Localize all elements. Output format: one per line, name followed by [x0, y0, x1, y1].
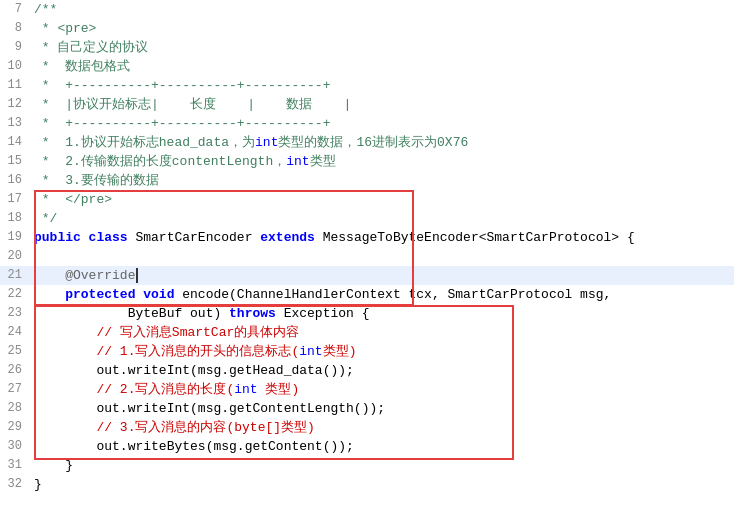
line-content: @Override: [30, 266, 734, 285]
code-line-17: 17 * </pre>: [0, 190, 734, 209]
line-number: 7: [0, 0, 30, 19]
line-content: // 2.写入消息的长度(int 类型): [30, 380, 734, 399]
line-content: protected void encode(ChannelHandlerCont…: [30, 285, 734, 304]
line-content: * +----------+----------+----------+: [30, 76, 734, 95]
line-number: 20: [0, 247, 30, 266]
code-line-12: 12 * |协议开始标志| 长度 | 数据 |: [0, 95, 734, 114]
line-content: // 写入消息SmartCar的具体内容: [30, 323, 734, 342]
code-line-19: 19 public class SmartCarEncoder extends …: [0, 228, 734, 247]
line-content: */: [30, 209, 734, 228]
line-content: public class SmartCarEncoder extends Mes…: [30, 228, 734, 247]
line-number: 13: [0, 114, 30, 133]
line-number: 11: [0, 76, 30, 95]
code-line-11: 11 * +----------+----------+----------+: [0, 76, 734, 95]
line-number: 19: [0, 228, 30, 247]
line-number: 21: [0, 266, 30, 285]
code-line-9: 9 * 自己定义的协议: [0, 38, 734, 57]
code-line-32: 32 }: [0, 475, 734, 494]
code-line-20: 20: [0, 247, 734, 266]
code-line-10: 10 * 数据包格式: [0, 57, 734, 76]
line-content: ByteBuf out) throws Exception {: [30, 304, 734, 323]
code-line-24: 24 // 写入消息SmartCar的具体内容: [0, 323, 734, 342]
line-number: 14: [0, 133, 30, 152]
line-content: * 3.要传输的数据: [30, 171, 734, 190]
line-number: 18: [0, 209, 30, 228]
code-line-7: 7 /**: [0, 0, 734, 19]
line-number: 9: [0, 38, 30, 57]
line-content: * </pre>: [30, 190, 734, 209]
line-content: * 数据包格式: [30, 57, 734, 76]
line-number: 23: [0, 304, 30, 323]
code-line-28: 28 out.writeInt(msg.getContentLength());: [0, 399, 734, 418]
line-number: 10: [0, 57, 30, 76]
code-line-26: 26 out.writeInt(msg.getHead_data());: [0, 361, 734, 380]
line-number: 28: [0, 399, 30, 418]
line-content: // 3.写入消息的内容(byte[]类型): [30, 418, 734, 437]
line-number: 29: [0, 418, 30, 437]
line-content: out.writeInt(msg.getContentLength());: [30, 399, 734, 418]
line-number: 24: [0, 323, 30, 342]
line-content: out.writeBytes(msg.getContent());: [30, 437, 734, 456]
code-line-21: 21 @Override: [0, 266, 734, 285]
line-number: 8: [0, 19, 30, 38]
line-content: * <pre>: [30, 19, 734, 38]
code-line-31: 31 }: [0, 456, 734, 475]
line-number: 17: [0, 190, 30, 209]
code-line-30: 30 out.writeBytes(msg.getContent());: [0, 437, 734, 456]
code-line-22: 22 protected void encode(ChannelHandlerC…: [0, 285, 734, 304]
line-number: 12: [0, 95, 30, 114]
line-number: 15: [0, 152, 30, 171]
line-content: [30, 247, 734, 266]
line-content: /**: [30, 0, 734, 19]
code-line-15: 15 * 2.传输数据的长度contentLength，int类型: [0, 152, 734, 171]
line-number: 27: [0, 380, 30, 399]
code-line-14: 14 * 1.协议开始标志head_data，为int类型的数据，16进制表示为…: [0, 133, 734, 152]
line-content: // 1.写入消息的开头的信息标志(int类型): [30, 342, 734, 361]
code-line-13: 13 * +----------+----------+----------+: [0, 114, 734, 133]
code-line-8: 8 * <pre>: [0, 19, 734, 38]
line-content: }: [30, 456, 734, 475]
code-line-23: 23 ByteBuf out) throws Exception {: [0, 304, 734, 323]
code-line-16: 16 * 3.要传输的数据: [0, 171, 734, 190]
line-number: 26: [0, 361, 30, 380]
code-line-29: 29 // 3.写入消息的内容(byte[]类型): [0, 418, 734, 437]
line-number: 16: [0, 171, 30, 190]
code-line-18: 18 */: [0, 209, 734, 228]
line-content: * 自己定义的协议: [30, 38, 734, 57]
line-content: * +----------+----------+----------+: [30, 114, 734, 133]
line-content: * 2.传输数据的长度contentLength，int类型: [30, 152, 734, 171]
line-content: out.writeInt(msg.getHead_data());: [30, 361, 734, 380]
code-line-27: 27 // 2.写入消息的长度(int 类型): [0, 380, 734, 399]
line-content: * 1.协议开始标志head_data，为int类型的数据，16进制表示为0X7…: [30, 133, 734, 152]
line-content: }: [30, 475, 734, 494]
line-number: 25: [0, 342, 30, 361]
line-number: 22: [0, 285, 30, 304]
line-number: 30: [0, 437, 30, 456]
code-line-25: 25 // 1.写入消息的开头的信息标志(int类型): [0, 342, 734, 361]
line-content: * |协议开始标志| 长度 | 数据 |: [30, 95, 734, 114]
code-editor: 7 /** 8 * <pre> 9 * 自己定义的协议 10 * 数据包格式 1…: [0, 0, 734, 508]
line-number: 31: [0, 456, 30, 475]
line-number: 32: [0, 475, 30, 494]
